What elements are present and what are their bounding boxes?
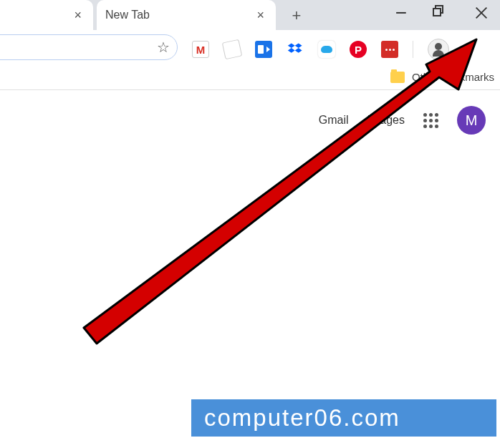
dropbox-icon (287, 42, 303, 57)
maximize-button[interactable] (431, 3, 451, 23)
lastpass-extension-icon[interactable] (381, 41, 398, 58)
kebab-dot (466, 53, 469, 56)
minimize-button[interactable]: − (391, 3, 411, 23)
dropbox-extension-icon[interactable] (287, 41, 304, 58)
tab-title: New Tab (105, 9, 254, 21)
gmail-link[interactable]: Gmail (319, 114, 349, 127)
window-controls: − (391, 3, 500, 23)
kebab-dot (466, 43, 469, 46)
profile-button[interactable] (428, 39, 449, 60)
minimize-icon: − (395, 1, 407, 24)
window-close-button[interactable] (471, 3, 491, 23)
folder-icon (390, 72, 405, 83)
bookmark-star-icon[interactable]: ☆ (157, 39, 170, 56)
address-bar[interactable]: ☆ (0, 34, 178, 60)
watermark: computer06.com (191, 399, 496, 437)
ntp-header-links: Gmail Images M (319, 106, 486, 135)
browser-toolbar: ☆ (0, 30, 500, 64)
pinterest-extension-icon[interactable] (350, 41, 367, 58)
browser-tabbar: × New Tab × + − (0, 0, 500, 33)
close-icon[interactable]: × (254, 8, 267, 23)
avatar-initial: M (466, 112, 478, 129)
new-tab-button[interactable]: + (287, 6, 307, 26)
extensions-row (192, 39, 472, 60)
images-link[interactable]: Images (367, 114, 405, 127)
separator (413, 41, 413, 58)
apps-grid-icon[interactable] (423, 113, 438, 128)
kebab-dot (466, 48, 469, 51)
gmail-extension-icon[interactable] (192, 41, 209, 58)
close-icon (473, 5, 489, 21)
other-bookmarks-button[interactable]: Other bookmarks (412, 71, 494, 83)
account-avatar[interactable]: M (457, 106, 486, 135)
browser-tab[interactable]: New Tab × (97, 0, 276, 30)
watermark-text: computer06.com (204, 404, 400, 432)
tag-extension-icon[interactable] (222, 39, 242, 59)
bookmarks-bar: Other bookmarks (0, 64, 500, 90)
plus-icon: + (292, 6, 302, 25)
chrome-menu-button[interactable] (463, 40, 472, 59)
onedrive-extension-icon[interactable] (318, 41, 335, 58)
extension-icon[interactable] (255, 41, 272, 58)
browser-tab[interactable]: × (0, 0, 93, 30)
maximize-icon (433, 8, 441, 16)
close-icon[interactable]: × (71, 8, 85, 23)
